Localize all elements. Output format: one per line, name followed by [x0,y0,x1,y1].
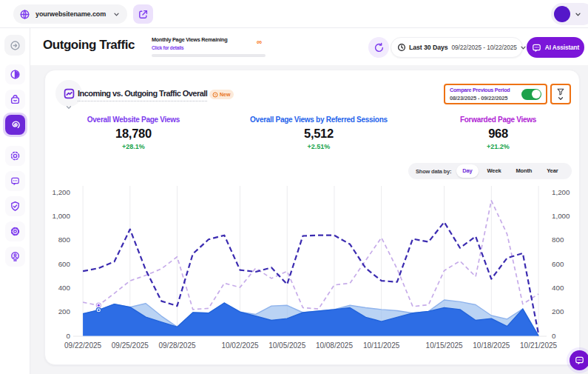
compare-toggle[interactable] [521,89,541,100]
trend-chart-icon [63,87,75,100]
page-header: Outgoing Traffic Monthly Page Views Rema… [30,28,588,65]
sidebar-item-inbox[interactable] [5,90,25,110]
new-badge-icon [212,92,218,98]
clock-icon [397,43,406,52]
svg-text:200: 200 [58,307,71,315]
sidebar-item-traffic[interactable] [3,113,27,137]
chevron-down-icon [520,44,527,51]
website-name: yourwebsitename.com [36,10,106,18]
ai-assistant-label: AI Assistant [545,44,579,51]
new-badge: New [209,90,234,99]
svg-text:800: 800 [58,236,71,244]
show-data-by-control: Show data by: DayWeekMonthYear [408,163,572,179]
svg-text:0: 0 [67,332,71,340]
spiral-icon [5,115,25,135]
sidebar-item-analytics[interactable] [5,64,25,84]
svg-text:10/08/2025: 10/08/2025 [316,341,353,350]
svg-text:10/11/2025: 10/11/2025 [363,341,400,350]
quota-details-link[interactable]: Click for details [152,45,266,50]
chevron-down-icon [113,11,120,18]
refresh-button[interactable] [368,37,389,58]
chat-fab-button[interactable] [570,350,588,370]
svg-text:10/21/2025: 10/21/2025 [520,341,557,350]
app-window: yourwebsitename.com Outgoing Traffic Mon… [0,0,588,374]
metric-value: 968 [416,127,581,141]
quota-widget: Monthly Page Views Remaining ∞ Click for… [152,36,266,57]
avatar [554,6,570,22]
sidebar-item-messages[interactable] [5,171,25,191]
new-badge-label: New [220,92,230,97]
svg-text:10/15/2025: 10/15/2025 [426,341,463,350]
ai-assistant-button[interactable]: AI Assistant [527,37,584,58]
toggle-knob [532,90,541,98]
svg-text:400: 400 [552,284,564,292]
svg-text:200: 200 [552,307,564,315]
traffic-chart[interactable]: 002002004004006006008008001,0001,0001,20… [47,184,580,356]
svg-text:1,200: 1,200 [52,188,70,196]
show-data-option-day[interactable]: Day [456,164,478,178]
svg-text:600: 600 [552,260,564,268]
date-range-selector[interactable]: Last 30 Days 09/22/2025 - 10/22/2025 [391,37,523,58]
donut-chart-icon [10,69,21,80]
sidebar-item-security[interactable] [5,196,25,216]
sidebar [0,28,30,374]
show-data-option-year[interactable]: Year [539,164,565,178]
svg-text:1,200: 1,200 [552,188,570,196]
metric-delta: +2.51% [222,143,416,150]
website-selector[interactable]: yourwebsitename.com [13,4,127,24]
metric-0: Overall Website Page Views18,780+28.1% [45,116,222,150]
traffic-card: Incoming vs. Outgoing Traffic Overall Ne… [44,70,580,365]
svg-text:600: 600 [58,260,71,268]
chevron-down-icon [575,11,581,18]
metrics-row: Overall Website Page Views18,780+28.1%Ov… [45,116,581,150]
account-menu[interactable] [551,3,588,25]
open-website-button[interactable] [133,4,153,24]
metric-delta: +21.2% [416,143,581,150]
show-data-option-month[interactable]: Month [508,164,539,178]
metric-delta: +28.1% [45,143,222,150]
person-pin-icon [10,251,21,262]
globe-icon [19,9,30,20]
page-title: Outgoing Traffic [43,38,135,53]
collapse-icon [10,40,21,51]
svg-text:400: 400 [58,284,71,292]
svg-text:0: 0 [552,332,556,340]
top-bar: yourwebsitename.com [0,0,588,28]
svg-text:09/28/2025: 09/28/2025 [159,341,196,350]
svg-text:1,000: 1,000 [52,212,70,220]
metric-value: 5,512 [222,127,416,141]
compare-range: 08/23/2025 - 09/22/2025 [450,95,520,101]
compare-label: Compare Previous Period [450,87,520,93]
sidebar-item-settings[interactable] [5,221,25,241]
gear-icon [10,226,21,237]
funnel-icon [556,87,565,96]
target-icon [10,150,21,161]
quota-progress-bar [152,54,266,58]
compare-previous-period-control[interactable]: Compare Previous Period 08/23/2025 - 09/… [444,84,547,104]
svg-text:10/02/2025: 10/02/2025 [221,341,258,350]
infinity-icon: ∞ [257,39,262,46]
filter-button[interactable] [550,84,571,104]
sidebar-item-targets[interactable] [5,146,25,166]
metric-label: Overall Website Page Views [45,116,222,124]
sidebar-collapse[interactable] [4,35,25,56]
svg-text:10/05/2025: 10/05/2025 [268,341,305,350]
shield-check-icon [10,201,21,212]
chat-dots-icon [575,355,584,365]
line-Forwarded Page Views (previous) [83,201,538,310]
metric-value: 18,780 [45,127,222,141]
svg-text:1,000: 1,000 [552,212,570,220]
show-data-option-week[interactable]: Week [480,164,509,178]
compare-texts: Compare Previous Period 08/23/2025 - 09/… [445,87,520,101]
sidebar-item-profile[interactable] [5,247,25,267]
svg-text:09/25/2025: 09/25/2025 [112,341,149,350]
chevron-down-icon [66,105,72,110]
refresh-icon [374,42,385,53]
external-link-icon [138,9,149,20]
card-title: Incoming vs. Outgoing Traffic Overall [78,89,207,101]
metric-2: Forwarded Page Views968+21.2% [416,116,581,150]
svg-text:10/18/2025: 10/18/2025 [473,341,510,350]
svg-text:09/22/2025: 09/22/2025 [64,341,101,350]
chevron-down-icon [558,96,564,101]
metric-label: Overall Page Views by Referred Sessions [222,116,416,124]
